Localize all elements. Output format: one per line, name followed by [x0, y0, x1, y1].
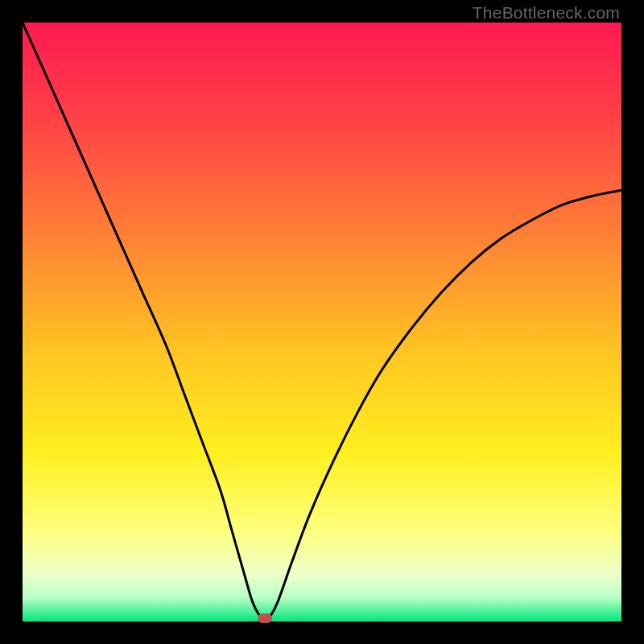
chart-frame [23, 23, 621, 621]
bottleneck-chart [23, 23, 621, 621]
optimal-point-marker [258, 613, 272, 623]
chart-background [23, 23, 621, 621]
watermark-text: TheBottleneck.com [473, 3, 620, 23]
